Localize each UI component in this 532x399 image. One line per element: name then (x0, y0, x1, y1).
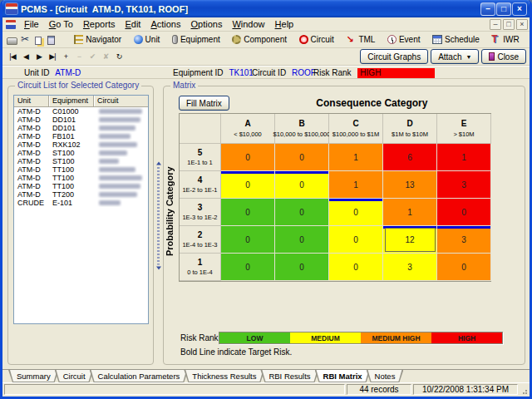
column-header-unit[interactable]: Unit (14, 96, 49, 106)
mdi-restore-button[interactable]: □ (503, 19, 515, 30)
list-item[interactable]: CRUDEE-101 (14, 199, 148, 207)
menu-item-options[interactable]: Options (186, 18, 228, 30)
list-item[interactable]: ATM-DST100 (14, 157, 148, 165)
matrix-cell-e3[interactable]: 0 (437, 199, 491, 226)
matrix-cell-c1[interactable]: 0 (329, 254, 383, 281)
circuit-list[interactable]: UnitEquipmentCircuit ATM-DC01000ATM-DDD1… (13, 95, 149, 324)
matrix-cell-d5[interactable]: 6 (383, 144, 437, 171)
toolbar-component-button[interactable]: Component (230, 34, 288, 45)
menu-item-reports[interactable]: Reports (78, 18, 121, 30)
last-record-button[interactable]: ▶| (46, 50, 59, 63)
menu-item-help[interactable]: Help (270, 18, 299, 30)
splitter-grip[interactable] (157, 166, 160, 264)
list-item[interactable]: ATM-DTT200 (14, 190, 148, 199)
toolbar-unit-button[interactable]: Unit (132, 34, 162, 45)
list-item[interactable]: ATM-DRXK102 (14, 140, 148, 149)
matrix-cell-d2[interactable]: 12 (383, 226, 437, 254)
panel-splitter[interactable] (155, 161, 161, 269)
toolbar-navigator-button[interactable]: Navigator (72, 34, 123, 45)
next-record-button[interactable]: ▶ (32, 50, 46, 63)
cell-unit: ATM-D (14, 182, 49, 190)
toolbar-event-button[interactable]: Event (386, 34, 422, 45)
column-header-circuit[interactable]: Circuit (94, 96, 148, 106)
list-item[interactable]: ATM-DST100 (14, 149, 148, 157)
close-button[interactable]: Close (481, 49, 526, 64)
matrix-cell-c3[interactable]: 0 (329, 199, 383, 226)
toolbar-schedule-button[interactable]: Schedule (431, 34, 481, 45)
matrix-cell-e4[interactable]: 3 (437, 171, 491, 199)
resize-grip-icon[interactable] (520, 384, 528, 395)
insert-record-button[interactable]: + (59, 50, 72, 63)
matrix-cell-b1[interactable]: 0 (275, 254, 329, 281)
list-item[interactable]: ATM-DC01000 (14, 107, 148, 116)
matrix-cell-a4[interactable]: 0 (221, 171, 275, 199)
prior-record-button[interactable]: ◀ (19, 50, 32, 63)
fill-matrix-button[interactable]: Fill Matrix (179, 96, 229, 111)
mdi-close-button[interactable]: × (516, 19, 528, 30)
component-icon (232, 35, 241, 44)
tab-rbi-results[interactable]: RBI Results (260, 370, 318, 382)
menu-item-file[interactable]: File (19, 18, 44, 30)
matrix-cell-a2[interactable]: 0 (221, 226, 275, 254)
splitter-collapse-up-icon[interactable] (156, 161, 161, 165)
matrix-cell-b5[interactable]: 0 (275, 144, 329, 171)
list-item[interactable]: ATM-DTT100 (14, 182, 148, 190)
matrix-cell-d3[interactable]: 1 (383, 199, 437, 226)
matrix-cell-a5[interactable]: 0 (221, 144, 275, 171)
menu-item-go-to[interactable]: Go To (44, 18, 78, 30)
matrix-cell-b2[interactable]: 0 (275, 226, 329, 254)
toolbar-printer-button[interactable] (7, 34, 17, 44)
minimize-button[interactable]: – (480, 2, 495, 16)
matrix-cell-e1[interactable]: 0 (437, 254, 491, 281)
maximize-button[interactable]: □ (496, 2, 511, 16)
matrix-cell-e5[interactable]: 1 (437, 144, 491, 171)
tab-label: Circuit (56, 370, 93, 382)
mdi-minimize-button[interactable]: – (490, 19, 501, 30)
list-item[interactable]: ATM-DFB101 (14, 132, 148, 140)
attach-button[interactable]: Attach▼ (431, 49, 479, 64)
matrix-cell-d4[interactable]: 13 (383, 171, 437, 199)
matrix-column-header-c: C$100,000 to $1M (329, 114, 383, 144)
toolbar-copy-button[interactable] (35, 34, 44, 44)
list-item[interactable]: ATM-DDD101 (14, 116, 148, 124)
equipment-id-field: Equipment ID TK101 (173, 68, 254, 77)
toolbar-circuit-button[interactable]: Circuit (298, 34, 336, 45)
cell-circuit-redacted (94, 199, 148, 207)
matrix-cell-c4[interactable]: 1 (329, 171, 383, 199)
tab-calculation-parameters[interactable]: Calculation Parameters (90, 370, 189, 382)
list-item[interactable]: ATM-DTT100 (14, 174, 148, 182)
close-button[interactable]: × (512, 2, 527, 16)
matrix-cell-c5[interactable]: 1 (329, 144, 383, 171)
menu-item-actions[interactable]: Actions (145, 18, 185, 30)
event-icon (387, 35, 397, 44)
tab-thickness-results[interactable]: Thickness Results (184, 370, 264, 382)
matrix-cell-a3[interactable]: 0 (221, 199, 275, 226)
matrix-cell-d1[interactable]: 3 (383, 254, 437, 281)
toolbar-tml-button[interactable]: TML (344, 33, 377, 46)
column-header-equipment[interactable]: Equipment (49, 96, 94, 106)
matrix-cell-b4[interactable]: 0 (275, 171, 329, 199)
redacted-text (99, 126, 135, 131)
matrix-cell-c2[interactable]: 0 (329, 226, 383, 254)
redacted-text (99, 184, 140, 189)
menu-item-window[interactable]: Window (227, 18, 269, 30)
circuit-graphs-button[interactable]: Circuit Graphs (360, 49, 428, 64)
status-message-panel (4, 384, 345, 395)
toolbar-iwr-button[interactable]: IWR (490, 33, 520, 46)
tab-circuit[interactable]: Circuit (55, 370, 94, 382)
splitter-collapse-down-icon[interactable] (156, 266, 161, 269)
tab-summary[interactable]: Summary (8, 370, 59, 382)
matrix-cell-a1[interactable]: 0 (221, 254, 275, 281)
menu-item-edit[interactable]: Edit (120, 18, 145, 30)
matrix-cell-e2[interactable]: 3 (437, 226, 491, 254)
first-record-button[interactable]: |◀ (6, 50, 19, 63)
tab-rbi-matrix[interactable]: RBI Matrix (315, 370, 371, 382)
refresh-button[interactable]: ↻ (112, 50, 126, 63)
matrix-cell-b3[interactable]: 0 (275, 199, 329, 226)
toolbar-cut-button[interactable] (21, 34, 32, 46)
list-item[interactable]: ATM-DTT100 (14, 165, 148, 174)
toolbar-equipment-button[interactable]: Equipment (170, 34, 222, 45)
tab-notes[interactable]: Notes (367, 370, 404, 382)
toolbar-paste-button[interactable] (47, 34, 55, 45)
list-item[interactable]: ATM-DDD101 (14, 124, 148, 132)
